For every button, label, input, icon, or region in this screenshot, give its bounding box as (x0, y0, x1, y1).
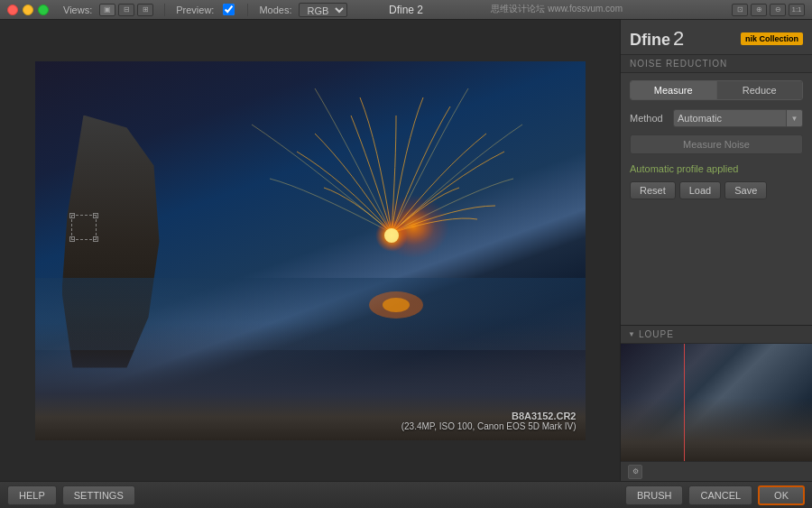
svg-point-1 (375, 219, 408, 252)
right-panel: Dfine 2 nik Collection NOISE REDUCTION M… (620, 20, 812, 481)
view-split-v-icon[interactable]: ⊞ (137, 4, 153, 16)
modes-select[interactable]: RGB (299, 3, 347, 17)
settings-button[interactable]: SETTINGS (62, 485, 135, 505)
cancel-button[interactable]: CANCEL (688, 485, 752, 505)
crop-handle-tl[interactable] (69, 213, 75, 218)
image-details: (23.4MP, ISO 100, Canon EOS 5D Mark IV) (401, 421, 577, 431)
reset-button[interactable]: Reset (630, 181, 676, 199)
ok-button[interactable]: OK (758, 485, 805, 505)
title-bar: Views: ▣ ⊟ ⊞ Preview: Modes: RGB Dfine 2… (0, 0, 812, 20)
loupe-triangle-icon: ▼ (628, 330, 635, 338)
svg-point-2 (384, 228, 399, 243)
main-layout: B8A3152.CR2 (23.4MP, ISO 100, Canon EOS … (0, 20, 812, 481)
panel-2-text: 2 (673, 27, 684, 51)
image-container: B8A3152.CR2 (23.4MP, ISO 100, Canon EOS … (35, 61, 586, 440)
loupe-header[interactable]: ▼ LOUPE (621, 326, 812, 344)
preview-label: Preview: (176, 5, 214, 15)
loupe-rocks (621, 398, 812, 461)
separator-1 (164, 4, 165, 16)
loupe-icon-bar: ⚙ (621, 461, 812, 481)
view-split-h-icon[interactable]: ⊟ (118, 4, 134, 16)
canvas-area[interactable]: B8A3152.CR2 (23.4MP, ISO 100, Canon EOS … (0, 20, 620, 481)
titlebar-controls: Views: ▣ ⊟ ⊞ Preview: Modes: RGB (63, 3, 347, 17)
view-single-icon[interactable]: ▣ (99, 4, 115, 16)
method-label: Method (630, 113, 666, 124)
panel-title: Dfine 2 (630, 27, 684, 51)
brush-button[interactable]: BRUSH (625, 485, 684, 505)
panel-spacer (621, 207, 812, 325)
zoom-fit-icon[interactable]: ⊡ (732, 4, 748, 16)
loupe-label: LOUPE (639, 329, 674, 339)
loupe-divider-line (684, 344, 685, 461)
bottom-bar: HELP SETTINGS BRUSH CANCEL OK (0, 481, 812, 508)
watermark: 思维设计论坛 www.fossvum.com (491, 3, 623, 15)
load-button[interactable]: Load (679, 181, 721, 199)
loupe-image (621, 344, 812, 461)
maximize-button[interactable] (38, 5, 49, 15)
zoom-in-icon[interactable]: ⊕ (751, 4, 767, 16)
close-button[interactable] (7, 5, 18, 15)
method-row: Method Automatic Manual ▼ (630, 109, 803, 127)
panel-header: Dfine 2 nik Collection (621, 20, 812, 54)
separator-2 (247, 4, 248, 16)
view-icons: ▣ ⊟ ⊞ (99, 4, 153, 16)
noise-reduction-content: Measure Reduce Method Automatic Manual ▼… (621, 73, 812, 207)
profile-applied-text: Automatic profile applied (630, 163, 803, 174)
crop-handle-tr[interactable] (93, 213, 98, 218)
loupe-settings-icon[interactable]: ⚙ (628, 465, 642, 479)
select-arrow-icon[interactable]: ▼ (786, 109, 802, 127)
loupe-image-container (621, 344, 812, 461)
measure-tab[interactable]: Measure (631, 81, 716, 99)
crop-marker[interactable] (71, 215, 97, 240)
crop-handle-bl[interactable] (69, 236, 75, 242)
main-image: B8A3152.CR2 (23.4MP, ISO 100, Canon EOS … (35, 61, 586, 440)
measure-reduce-tabs: Measure Reduce (630, 80, 803, 100)
minimize-button[interactable] (23, 5, 33, 15)
svg-point-0 (319, 170, 464, 296)
loupe-section: ▼ LOUPE ⚙ (621, 325, 812, 481)
crop-handle-br[interactable] (93, 236, 98, 242)
method-select-wrapper[interactable]: Automatic Manual ▼ (673, 109, 803, 127)
traffic-lights (7, 5, 49, 15)
reduce-tab[interactable]: Reduce (717, 81, 803, 99)
window-title: Dfine 2 (389, 4, 423, 16)
modes-label: Modes: (259, 5, 291, 15)
help-button[interactable]: HELP (7, 485, 57, 505)
noise-reduction-section-label: NOISE REDUCTION (621, 54, 812, 73)
panel-dfine-text: Dfine (630, 31, 670, 50)
right-icons: ⊡ ⊕ ⊖ 1:1 (732, 4, 805, 16)
preview-checkbox[interactable] (223, 4, 235, 15)
zoom-100-icon[interactable]: 1:1 (789, 4, 805, 16)
action-buttons-row: Reset Load Save (630, 181, 803, 199)
zoom-out-icon[interactable]: ⊖ (770, 4, 786, 16)
image-info: B8A3152.CR2 (23.4MP, ISO 100, Canon EOS … (401, 411, 577, 431)
views-label: Views: (63, 5, 92, 15)
save-button[interactable]: Save (724, 181, 767, 199)
image-filename: B8A3152.CR2 (401, 411, 577, 421)
method-select[interactable]: Automatic Manual (674, 113, 786, 124)
nik-badge: nik Collection (741, 32, 803, 45)
measure-noise-button[interactable]: Measure Noise (630, 134, 803, 154)
